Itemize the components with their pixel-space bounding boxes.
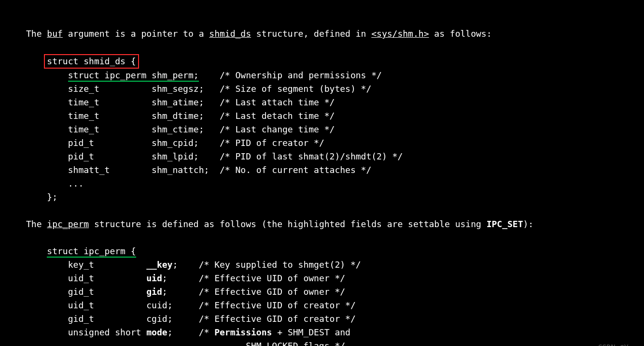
struct-field: uid_t uid; /* Effective UID of owner */ [68, 273, 345, 283]
struct-field: key_t __key; /* Key supplied to shmget(2… [68, 260, 361, 270]
struct-ellipsis: ... [68, 178, 84, 188]
struct-field: pid_t shm_lpid; /* PID of last shmat(2)/… [68, 151, 403, 161]
struct-field: shmatt_t shm_nattch; /* No. of current a… [68, 165, 372, 175]
struct-ipc-perm-head: struct ipc_perm { [47, 246, 136, 258]
ipc-perm-field: struct ipc_perm shm_perm; [68, 70, 199, 82]
intro-line: The buf argument is a pointer to a shmid… [26, 29, 492, 39]
struct-field-cont: SHM_LOCKED flags */ [230, 341, 345, 346]
struct-field: time_t shm_dtime; /* Last detach time */ [68, 111, 335, 121]
struct-close: }; [47, 192, 57, 202]
struct-field: unsigned short mode; /* Permissions + SH… [68, 327, 350, 337]
struct-field: size_t shm_segsz; /* Size of segment (by… [68, 84, 372, 94]
struct-field: time_t shm_ctime; /* Last change time */ [68, 124, 335, 134]
ipcperm-intro: The ipc_perm structure is defined as fol… [26, 219, 533, 229]
watermark: CSDN @YoungMLet [598, 341, 644, 346]
struct-field: gid_t cgid; /* Effective GID of creator … [68, 314, 356, 324]
struct-field: gid_t gid; /* Effective GID of owner */ [68, 287, 345, 297]
struct-field: uid_t cuid; /* Effective UID of creator … [68, 300, 356, 310]
struct-field: pid_t shm_cpid; /* PID of creator */ [68, 138, 324, 148]
struct-field: time_t shm_atime; /* Last attach time */ [68, 97, 335, 107]
struct-shmid-ds-head: struct shmid_ds { [44, 54, 139, 69]
man-page-excerpt: The buf argument is a pointer to a shmid… [26, 14, 644, 346]
